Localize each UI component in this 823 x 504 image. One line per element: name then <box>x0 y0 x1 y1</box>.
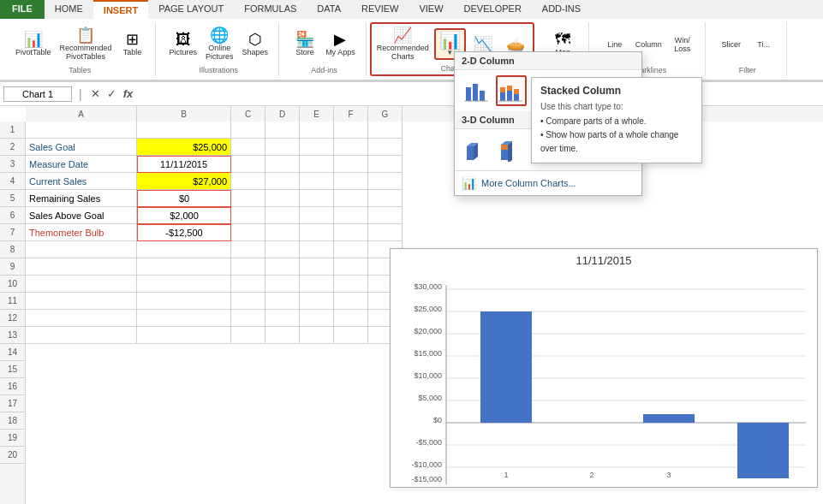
row-header-18: 18 <box>0 412 25 430</box>
clustered-column-btn[interactable] <box>462 75 492 106</box>
cancel-icon[interactable]: ✕ <box>89 86 102 102</box>
col-header-f: F <box>334 106 368 122</box>
cell-e6[interactable] <box>300 207 334 224</box>
sparkline-line-button[interactable]: Line <box>599 38 630 50</box>
stacked-column-btn[interactable] <box>496 75 527 106</box>
shapes-button[interactable]: ⬡ Shapes <box>239 30 272 58</box>
cell-a1[interactable] <box>26 122 137 139</box>
tab-view[interactable]: VIEW <box>409 0 453 19</box>
cell-d5[interactable] <box>265 190 300 207</box>
cell-f3[interactable] <box>334 156 368 173</box>
pictures-button[interactable]: 🖼 Pictures <box>166 30 201 58</box>
cell-a8[interactable] <box>26 241 137 258</box>
my-apps-button[interactable]: ▶ My Apps <box>322 30 359 58</box>
online-pictures-button[interactable]: 🌐 Online Pictures <box>202 26 237 62</box>
sparkline-column-button[interactable]: Column <box>632 38 665 50</box>
cell-c4[interactable] <box>231 173 265 190</box>
cell-b1[interactable] <box>137 122 231 139</box>
more-charts-row[interactable]: 📊 More Column Charts... <box>455 170 641 195</box>
cell-a4[interactable]: Current Sales <box>26 173 137 190</box>
tab-formulas[interactable]: FORMULAS <box>234 0 307 19</box>
table-button[interactable]: ⊞ Table <box>117 30 148 58</box>
recommended-charts-button[interactable]: 📈 Recommended Charts <box>373 26 432 62</box>
cell-b6[interactable]: $2,000 <box>137 207 231 224</box>
cell-g7[interactable] <box>368 224 403 241</box>
tab-insert[interactable]: INSERT <box>93 0 148 19</box>
cell-c1[interactable] <box>231 122 265 139</box>
cell-e4[interactable] <box>300 173 334 190</box>
recommended-pivot-button[interactable]: 📋 Recommended PivotTables <box>57 26 116 62</box>
cell-c2[interactable] <box>231 139 265 156</box>
cell-a7[interactable]: Themometer Bulb <box>26 224 137 241</box>
cell-g6[interactable] <box>368 207 403 224</box>
fx-icon[interactable]: fx <box>122 86 135 102</box>
cell-f2[interactable] <box>334 139 368 156</box>
cell-e1[interactable] <box>300 122 334 139</box>
cell-e7[interactable] <box>300 224 334 241</box>
cell-g3[interactable] <box>368 156 403 173</box>
cell-b2[interactable]: $25,000 <box>137 139 231 156</box>
row-header-10: 10 <box>0 276 25 293</box>
cell-c7[interactable] <box>231 224 265 241</box>
recommended-pivot-label: Recommended PivotTables <box>60 44 112 61</box>
table-icon: ⊞ <box>126 32 139 47</box>
cell-c5[interactable] <box>231 190 265 207</box>
cell-g2[interactable] <box>368 139 403 156</box>
name-box[interactable] <box>3 86 72 102</box>
chart-area[interactable]: 11/11/2015 $30,000 $25,000 $20,000 $15,0… <box>390 248 818 488</box>
tab-data[interactable]: DATA <box>307 0 351 19</box>
cell-f1[interactable] <box>334 122 368 139</box>
cell-a5[interactable]: Remaining Sales <box>26 190 137 207</box>
cell-d4[interactable] <box>265 173 300 190</box>
cell-b3[interactable]: 11/11/2015 <box>137 156 231 173</box>
cell-c6[interactable] <box>231 207 265 224</box>
pivot-table-label: PivotTable <box>15 48 51 56</box>
3d-column-btn[interactable] <box>462 134 492 165</box>
cell-d6[interactable] <box>265 207 300 224</box>
cell-f6[interactable] <box>334 207 368 224</box>
tab-developer[interactable]: DEVELOPER <box>454 0 532 19</box>
cell-b4[interactable]: $27,000 <box>137 173 231 190</box>
cell-e2[interactable] <box>300 139 334 156</box>
cell-b7[interactable]: -$12,500 <box>137 224 231 241</box>
cell-g1[interactable] <box>368 122 403 139</box>
recommended-charts-icon: 📈 <box>393 27 412 43</box>
cell-f4[interactable] <box>334 173 368 190</box>
store-button[interactable]: 🏪 Store <box>289 30 320 58</box>
cell-e3[interactable] <box>300 156 334 173</box>
cell-f5[interactable] <box>334 190 368 207</box>
illustrations-buttons: 🖼 Pictures 🌐 Online Pictures ⬡ Shapes <box>166 24 272 64</box>
tab-file[interactable]: FILE <box>0 0 45 19</box>
cell-e5[interactable] <box>300 190 334 207</box>
3d-stacked-column-btn[interactable] <box>496 134 527 165</box>
group-filter: Slicer Ti... Filter <box>709 22 787 76</box>
tab-add-ins[interactable]: ADD-INS <box>532 0 591 19</box>
cell-b5[interactable]: $0 <box>137 190 231 207</box>
svg-text:$20,000: $20,000 <box>414 327 442 335</box>
cell-d3[interactable] <box>265 156 300 173</box>
cell-c3[interactable] <box>231 156 265 173</box>
cell-g5[interactable] <box>368 190 403 207</box>
sparkline-win-loss-button[interactable]: Win/ Loss <box>667 33 698 55</box>
cell-d7[interactable] <box>265 224 300 241</box>
cell-f7[interactable] <box>334 224 368 241</box>
pivot-table-button[interactable]: 📊 PivotTable <box>12 30 55 58</box>
confirm-icon[interactable]: ✓ <box>105 86 118 102</box>
cell-b8[interactable] <box>137 241 231 258</box>
tab-review[interactable]: REVIEW <box>351 0 409 19</box>
pictures-label: Pictures <box>170 48 198 56</box>
illustrations-label: Illustrations <box>200 66 239 74</box>
cell-a3[interactable]: Measure Date <box>26 156 137 173</box>
slicer-button[interactable]: Slicer <box>716 38 747 50</box>
cell-g4[interactable] <box>368 173 403 190</box>
timeline-button[interactable]: Ti... <box>748 38 779 50</box>
cell-d1[interactable] <box>265 122 300 139</box>
cell-a2[interactable]: Sales Goal <box>26 139 137 156</box>
svg-text:$15,000: $15,000 <box>414 349 442 358</box>
row-header-5: 5 <box>0 190 25 207</box>
row-header-17: 17 <box>0 395 25 412</box>
tab-page-layout[interactable]: PAGE LAYOUT <box>148 0 234 19</box>
cell-d2[interactable] <box>265 139 300 156</box>
tab-home[interactable]: HOME <box>45 0 93 19</box>
cell-a6[interactable]: Sales Above Goal <box>26 207 137 224</box>
